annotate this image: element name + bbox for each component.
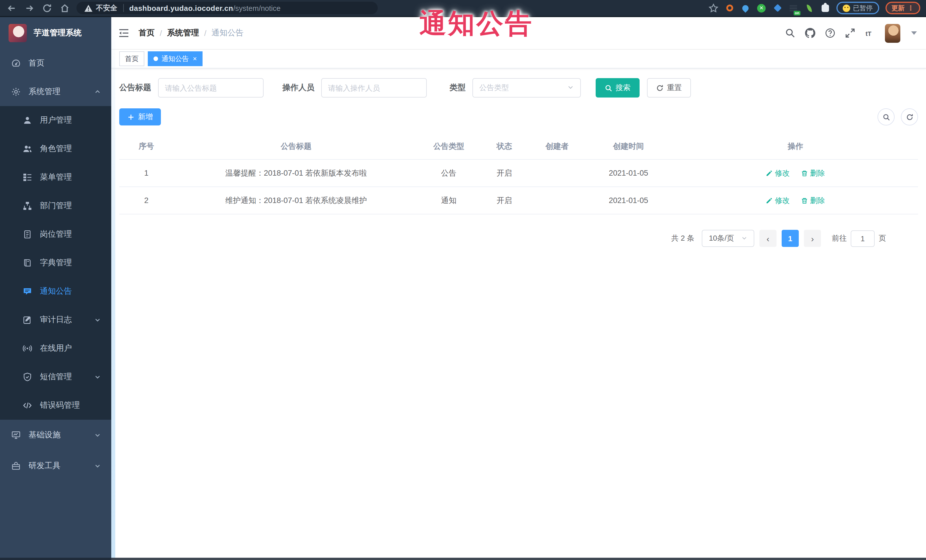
screen: 不安全 dashboard.yudao.iocoder.cn/system/no… <box>0 0 926 560</box>
notice-title-input[interactable] <box>158 78 263 98</box>
sidebar-item-label: 用户管理 <box>40 115 72 125</box>
tag-close-icon[interactable]: × <box>193 55 197 62</box>
browser-update-button[interactable]: 更新 ⋮ <box>885 2 920 14</box>
breadcrumb-home[interactable]: 首页 <box>139 28 154 38</box>
user-avatar[interactable] <box>885 24 900 42</box>
operator-input[interactable] <box>321 78 427 98</box>
table-row: 2 维护通知：2018-07-01 若依系统凌晨维护 通知 开启 2021-01… <box>119 187 918 214</box>
sidebar-item-system[interactable]: 系统管理 <box>0 77 111 106</box>
extension-diamond-icon[interactable] <box>773 3 782 13</box>
sidebar-item-roles[interactable]: 角色管理 <box>0 134 111 163</box>
filter-title-label: 公告标题 <box>119 83 151 93</box>
sidebar-item-depts[interactable]: 部门管理 <box>0 192 111 220</box>
bookmark-star-icon[interactable] <box>709 3 718 13</box>
url-host[interactable]: dashboard.yudao.iocoder.cn <box>129 4 233 12</box>
sidebar-item-label: 系统管理 <box>29 87 61 97</box>
paused-label: 已暂停 <box>853 4 873 12</box>
goto-page-input[interactable] <box>851 230 875 247</box>
breadcrumb-system[interactable]: 系统管理 <box>167 28 199 38</box>
sidebar-item-dict[interactable]: 字典管理 <box>0 249 111 277</box>
extension-green-circle-icon[interactable]: ✕ <box>757 3 766 13</box>
url-path[interactable]: /system/notice <box>233 4 280 12</box>
extension-leaf-icon[interactable] <box>805 3 814 13</box>
add-button[interactable]: 新增 <box>119 108 161 125</box>
browser-reload-icon[interactable] <box>42 3 52 13</box>
filter-operator-label: 操作人员 <box>282 83 315 93</box>
browser-menu-kebab-icon[interactable]: ⋮ <box>908 5 914 11</box>
tag-home[interactable]: 首页 <box>119 51 144 66</box>
search-button[interactable]: 搜索 <box>596 78 640 98</box>
delete-link[interactable]: 删除 <box>801 195 825 205</box>
edit-link[interactable]: 修改 <box>766 195 790 205</box>
next-page-button[interactable]: › <box>804 230 821 247</box>
prev-page-button[interactable]: ‹ <box>760 230 776 247</box>
sidebar-item-notice[interactable]: 通知公告 <box>0 277 111 306</box>
extension-on-badge: on <box>794 11 800 15</box>
sidebar-item-label: 岗位管理 <box>40 229 72 240</box>
sidebar-item-audit-log[interactable]: 审计日志 <box>0 306 111 334</box>
toggle-search-circle-button[interactable] <box>878 108 895 125</box>
security-warning[interactable]: 不安全 <box>96 3 117 13</box>
profile-paused-chip[interactable]: 已暂停 <box>837 2 879 14</box>
browser-forward-icon[interactable] <box>24 3 34 13</box>
dashboard-icon <box>11 59 21 68</box>
sidebar-item-label: 首页 <box>29 58 44 68</box>
sidebar-toggle-hamburger-icon[interactable] <box>118 27 130 39</box>
refresh-circle-button[interactable] <box>901 108 918 125</box>
extensions-puzzle-icon[interactable] <box>820 3 830 13</box>
github-icon[interactable] <box>805 28 815 38</box>
sidebar-item-sms[interactable]: 短信管理 <box>0 363 111 391</box>
cell-created: 2021-01-05 <box>584 169 673 177</box>
browser-home-icon[interactable] <box>60 3 70 13</box>
header-search-icon[interactable] <box>785 28 795 38</box>
sidebar-item-online-users[interactable]: 在线用户 <box>0 334 111 363</box>
address-bar[interactable]: 不安全 dashboard.yudao.iocoder.cn/system/no… <box>76 2 378 14</box>
url-divider <box>123 4 124 12</box>
content-scrollbar[interactable] <box>111 18 115 558</box>
help-question-icon[interactable] <box>825 28 835 38</box>
sidebar-item-menus[interactable]: 菜单管理 <box>0 163 111 192</box>
select-placeholder: 公告类型 <box>479 83 509 93</box>
delete-link-label: 删除 <box>810 168 825 178</box>
extension-bars-icon[interactable]: on <box>788 3 798 13</box>
reset-button-label: 重置 <box>667 83 682 93</box>
extension-donut-icon[interactable] <box>725 3 734 13</box>
sidebar-item-home[interactable]: 首页 <box>0 49 111 77</box>
notice-type-select[interactable]: 公告类型 <box>472 78 581 98</box>
sidebar-item-error-codes[interactable]: 错误码管理 <box>0 391 111 420</box>
tag-notice-active[interactable]: 通知公告 × <box>148 51 203 66</box>
pagination-total: 共 2 条 <box>671 233 694 243</box>
select-chevron-down-icon <box>741 234 747 243</box>
page-1-button[interactable]: 1 <box>782 230 799 247</box>
sidebar-item-infrastructure[interactable]: 基础设施 <box>0 420 111 450</box>
breadcrumb-current: 通知公告 <box>212 28 244 38</box>
select-chevron-down-icon <box>567 83 574 93</box>
sidebar-item-label: 在线用户 <box>40 343 72 353</box>
app-title: 芋道管理系统 <box>34 28 82 38</box>
font-size-icon[interactable]: tT <box>865 28 875 38</box>
reset-button[interactable]: 重置 <box>647 78 691 98</box>
col-header-no: 序号 <box>119 141 174 151</box>
sidebar-item-dev-tools[interactable]: 研发工具 <box>0 450 111 481</box>
browser-back-icon[interactable] <box>7 3 17 13</box>
cell-type: 通知 <box>419 195 479 205</box>
org-tree-icon <box>23 201 32 210</box>
extension-pin-icon[interactable] <box>741 3 750 13</box>
page-content: 公告标题 操作人员 类型 公告类型 搜索 <box>111 68 926 560</box>
sidebar-item-label: 菜单管理 <box>40 172 72 183</box>
add-button-label: 新增 <box>138 112 153 122</box>
sidebar-item-users[interactable]: 用户管理 <box>0 106 111 134</box>
avatar-caret-down-icon[interactable] <box>911 32 917 35</box>
fullscreen-icon[interactable] <box>845 28 855 38</box>
sidebar-logo[interactable]: 芋道管理系统 <box>0 17 111 49</box>
edit-pencil-icon <box>766 170 773 177</box>
sidebar-item-label: 通知公告 <box>40 286 72 297</box>
sidebar-submenu-system: 用户管理 角色管理 菜单管理 部门管理 岗位管理 <box>0 106 111 420</box>
delete-link[interactable]: 删除 <box>801 168 825 178</box>
sidebar-item-posts[interactable]: 岗位管理 <box>0 220 111 249</box>
edit-link[interactable]: 修改 <box>766 168 790 178</box>
page-size-select[interactable]: 10条/页 <box>702 230 754 247</box>
filter-type-label: 类型 <box>449 83 466 93</box>
sidebar-item-label: 研发工具 <box>29 461 61 471</box>
online-signal-icon <box>23 344 32 353</box>
